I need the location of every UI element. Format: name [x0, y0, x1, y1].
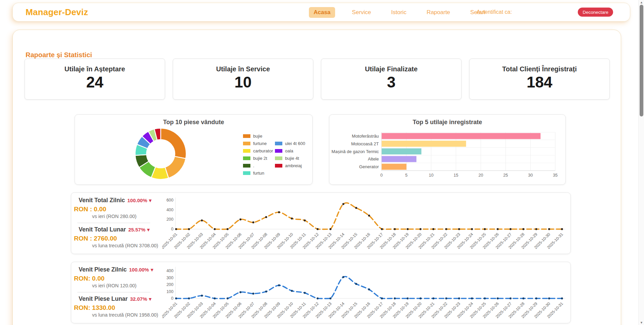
legend-item-oala[interactable]: oala	[275, 147, 305, 154]
bar-Generator	[382, 164, 407, 170]
legend-item-bujie 4t[interactable]: bujie 4t	[275, 154, 305, 162]
scroll-down-icon[interactable]: ▼	[639, 321, 644, 324]
data-point	[214, 297, 216, 299]
vertical-scrollbar[interactable]: ▲ ▼	[638, 0, 644, 325]
venit-piese-zilnic-amount: RON: 0.00	[71, 275, 165, 282]
data-point	[214, 228, 216, 230]
legend-label: furtune	[253, 141, 267, 146]
data-point	[239, 218, 241, 220]
data-point	[381, 297, 383, 299]
data-point	[510, 297, 512, 299]
svg-text:Generator: Generator	[359, 164, 379, 169]
nav-item-istoric[interactable]: Istoric	[388, 7, 410, 18]
data-point	[355, 283, 357, 285]
data-point	[355, 207, 357, 209]
data-point	[291, 290, 293, 292]
data-point	[188, 228, 190, 230]
svg-text:30: 30	[528, 173, 533, 178]
data-point	[227, 228, 229, 230]
data-point	[407, 297, 409, 299]
data-point	[368, 215, 370, 217]
data-point	[432, 228, 434, 230]
svg-text:15: 15	[454, 173, 458, 178]
legend-item-ambreiaj[interactable]: ambreiaj	[275, 162, 305, 169]
nav-item-rapoarte[interactable]: Rapoarte	[423, 7, 453, 18]
svg-text:0: 0	[171, 227, 173, 231]
donut-legend: bujiefurtunecarburatorbujie 2t.furtunule…	[243, 132, 305, 177]
legend-item-ulei 4t 600[interactable]: ulei 4t 600	[275, 140, 305, 147]
legend-swatch	[243, 156, 250, 160]
donut-segment-bujie	[161, 128, 186, 158]
bar-chart-title: Top 5 utilaje inregistrate	[329, 119, 565, 126]
venit-total-zilnic-amount: RON : 0.00	[71, 206, 165, 213]
logout-button[interactable]: Deconectare	[578, 8, 613, 17]
legend-swatch	[275, 156, 282, 160]
bar-Motocoasă 2T	[382, 141, 466, 147]
venit-total-lunar-compare: vs luna trecută (RON 3708.00)	[71, 243, 165, 248]
data-point	[329, 297, 331, 299]
venit-piese-panel: Venit Piese Zilnic100.00%▼ RON: 0.00 vs …	[71, 262, 165, 323]
donut-segment-furtune	[165, 156, 186, 178]
data-point	[317, 228, 319, 230]
data-point	[535, 297, 537, 299]
scrollbar-thumb[interactable]	[640, 5, 643, 116]
legend-swatch	[275, 142, 282, 145]
stats-row: Utilaje în Așteptare 24 Utilaje în Servi…	[25, 59, 610, 100]
data-point	[561, 228, 563, 230]
percent-badge: 32.07%	[130, 296, 147, 302]
data-point	[265, 216, 267, 218]
data-point	[239, 291, 241, 293]
main-card: Rapoarte și Statistici Utilaje în Aștept…	[12, 30, 621, 325]
legend-label: ambreiaj	[285, 163, 302, 168]
app-logo: Manager-Deviz	[26, 7, 88, 17]
venit-total-lunar-title: Venit Total Lunar25.57%▼	[71, 226, 165, 233]
data-point	[201, 295, 203, 297]
venit-piese-lunar-amount: RON: 1330.00	[71, 304, 165, 312]
legend-item-bujie[interactable]: bujie	[243, 132, 275, 140]
data-point	[535, 228, 537, 230]
legend-label: ulei 4t 600	[285, 141, 305, 146]
stat-label: Utilaje în Așteptare	[25, 65, 165, 73]
stat-card-clienti: Total Clienți Înregistrați 184	[469, 59, 610, 100]
svg-text:Motoferăstrău: Motoferăstrău	[352, 134, 379, 139]
data-point	[304, 219, 306, 221]
legend-item-bujie 2t[interactable]: bujie 2t	[243, 154, 275, 162]
venit-total-card: Venit Total Zilnic100.00%▼ RON : 0.00 vs…	[71, 192, 571, 254]
legend-item-furtune[interactable]: furtune	[243, 140, 275, 147]
percent-badge: 25.57%	[128, 227, 146, 232]
legend-item-.[interactable]: .	[243, 162, 275, 169]
data-point	[522, 297, 524, 299]
percent-badge: 100.00%	[127, 197, 147, 203]
legend-label: .	[253, 163, 254, 168]
data-point	[175, 228, 177, 230]
svg-text:200: 200	[166, 282, 173, 287]
venit-total-panel: Venit Total Zilnic100.00%▼ RON : 0.00 vs…	[71, 193, 165, 254]
legend-item-carburator[interactable]: carburator	[243, 147, 275, 154]
stat-value: 10	[173, 74, 313, 90]
data-point	[548, 297, 550, 299]
svg-text:300: 300	[166, 276, 173, 280]
legend-label: furtun	[253, 171, 264, 176]
svg-text:200: 200	[166, 217, 173, 222]
nav-item-service[interactable]: Service	[349, 7, 374, 18]
data-point	[407, 228, 409, 230]
legend-item-furtun[interactable]: furtun	[243, 169, 275, 177]
data-point	[561, 297, 563, 299]
data-point	[458, 228, 460, 230]
data-point	[548, 228, 550, 230]
data-point	[278, 211, 280, 213]
bar-chart-card: Top 5 utilaje inregistrate Motoferăstrău…	[329, 114, 566, 185]
data-point	[458, 297, 460, 299]
panel-row-title: Venit Total Zilnic	[79, 197, 125, 204]
auth-status-label: Autentificat ca:	[477, 9, 512, 15]
data-point	[188, 297, 190, 299]
data-point	[175, 297, 177, 299]
legend-label: bujie 4t	[285, 156, 299, 161]
venit-total-zilnic-title: Venit Total Zilnic100.00%▼	[71, 197, 165, 204]
svg-text:20: 20	[478, 173, 483, 178]
scroll-up-icon[interactable]: ▲	[639, 1, 644, 4]
nav-item-acasa[interactable]: Acasa	[309, 7, 335, 18]
data-point	[471, 297, 473, 299]
stat-card-finalizate: Utilaje Finalizate 3	[321, 59, 461, 100]
page-title: Rapoarte și Statistici	[26, 51, 92, 59]
